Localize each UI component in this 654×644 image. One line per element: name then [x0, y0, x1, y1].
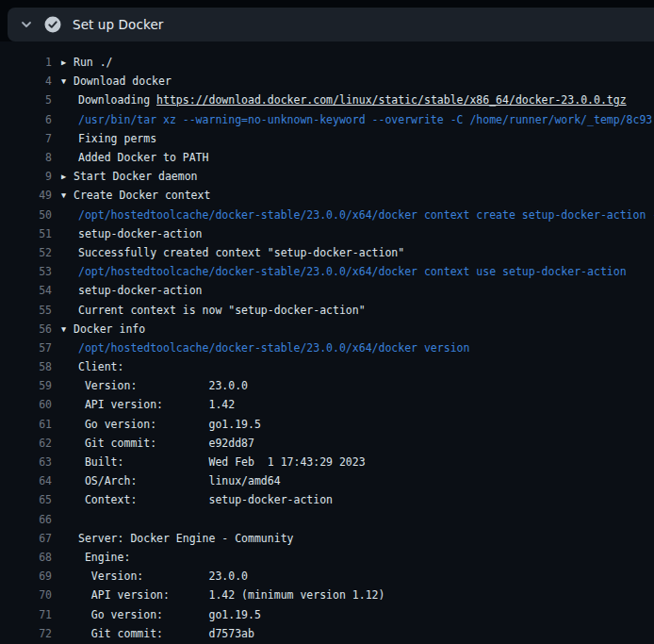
- log-text: API version: 1.42: [78, 398, 235, 411]
- group-collapsed-arrow-icon[interactable]: ▶: [61, 172, 74, 181]
- log-line-number[interactable]: 64: [0, 474, 52, 487]
- log-line: 8Added Docker to PATH: [0, 148, 654, 167]
- log-group-title: Start Docker daemon: [74, 170, 198, 183]
- log-line-number[interactable]: 67: [0, 532, 52, 545]
- log-line-number[interactable]: 51: [0, 227, 52, 240]
- log-line-number[interactable]: 8: [0, 151, 52, 164]
- log-group-row[interactable]: 4▼Download docker: [0, 72, 654, 91]
- log-text: Git commit: e92dd87: [78, 437, 254, 450]
- log-line-number[interactable]: 4: [0, 74, 52, 88]
- log-line: 63 Built: Wed Feb 1 17:43:29 2023: [0, 453, 654, 471]
- log-line-number[interactable]: 6: [0, 113, 52, 126]
- log-line: 70 API version: 1.42 (minimum version 1.…: [0, 586, 654, 604]
- log-line: 69 Version: 23.0.0: [0, 567, 654, 586]
- log-line: 50/opt/hostedtoolcache/docker-stable/23.…: [0, 206, 654, 224]
- log-line-number[interactable]: 60: [0, 398, 52, 411]
- log-line-number[interactable]: 72: [0, 627, 52, 640]
- group-expanded-arrow-icon[interactable]: ▼: [61, 190, 74, 200]
- log-line: 62 Git commit: e92dd87: [0, 434, 654, 453]
- log-text: Engine:: [78, 551, 130, 564]
- log-line-number[interactable]: 56: [0, 322, 52, 336]
- log-line: 64 OS/Arch: linux/amd64: [0, 471, 654, 490]
- log-line: 61 Go version: go1.19.5: [0, 415, 654, 434]
- log-line-number[interactable]: 66: [0, 513, 52, 526]
- log-line-number[interactable]: 61: [0, 418, 52, 431]
- log-line-number[interactable]: 62: [0, 437, 52, 450]
- log-line-number[interactable]: 54: [0, 284, 52, 297]
- log-text: API version: 1.42 (minimum version 1.12): [78, 588, 384, 602]
- log-text: Client:: [78, 360, 123, 373]
- log-line: 65 Context: setup-docker-action: [0, 490, 654, 509]
- log-line-number[interactable]: 57: [0, 341, 52, 355]
- log-group-row[interactable]: 49▼Create Docker context: [0, 186, 654, 205]
- log-text: Added Docker to PATH: [78, 151, 208, 164]
- log-line-number[interactable]: 7: [0, 132, 52, 145]
- log-line: 54setup-docker-action: [0, 281, 654, 300]
- log-line-number[interactable]: 70: [0, 588, 52, 602]
- log-line-number[interactable]: 68: [0, 551, 52, 564]
- step-title: Set up Docker: [73, 17, 163, 32]
- log-text: Downloading https://download.docker.com/…: [78, 93, 627, 107]
- log-text: setup-docker-action: [78, 284, 203, 297]
- log-line-number[interactable]: 58: [0, 360, 52, 373]
- log-group-row[interactable]: 9▶Start Docker daemon: [0, 167, 654, 186]
- log-command-text: /opt/hostedtoolcache/docker-stable/23.0.…: [78, 265, 627, 278]
- log-line-number[interactable]: 69: [0, 570, 52, 583]
- log-command-text: /usr/bin/tar xz --warning=no-unknown-key…: [78, 113, 652, 126]
- log-group-title: Download docker: [74, 74, 172, 88]
- log-line: 55Current context is now "setup-docker-a…: [0, 300, 654, 319]
- log-body: 1▶Run ./4▼Download docker5Downloading ht…: [0, 41, 654, 644]
- log-line: 60 API version: 1.42: [0, 395, 654, 414]
- log-text: Built: Wed Feb 1 17:43:29 2023: [78, 455, 366, 469]
- log-group-title: Docker info: [74, 322, 145, 336]
- log-text: Fixing perms: [78, 132, 156, 145]
- log-text: Go version: go1.19.5: [78, 608, 261, 621]
- log-line: 5Downloading https://download.docker.com…: [0, 91, 654, 109]
- chevron-down-icon[interactable]: [20, 18, 33, 31]
- log-link[interactable]: https://download.docker.com/linux/static…: [156, 93, 627, 107]
- log-line-number[interactable]: 71: [0, 608, 52, 621]
- group-expanded-arrow-icon[interactable]: ▼: [61, 324, 74, 334]
- log-group-row[interactable]: 1▶Run ./: [0, 53, 654, 72]
- log-text: Server: Docker Engine - Community: [78, 532, 293, 545]
- log-group-row[interactable]: 56▼Docker info: [0, 320, 654, 339]
- log-line-number[interactable]: 59: [0, 379, 52, 392]
- log-line: 51setup-docker-action: [0, 224, 654, 243]
- log-text: Successfully created context "setup-dock…: [78, 246, 404, 259]
- log-line-number[interactable]: 50: [0, 208, 52, 222]
- log-line-number[interactable]: 9: [0, 170, 52, 183]
- log-line: 6/usr/bin/tar xz --warning=no-unknown-ke…: [0, 110, 654, 129]
- log-text-prefix: Downloading: [78, 93, 156, 107]
- log-group-title: Run ./: [74, 56, 113, 69]
- log-line-number[interactable]: 53: [0, 265, 52, 278]
- log-group-title: Create Docker context: [74, 189, 210, 202]
- log-line-number[interactable]: 55: [0, 304, 52, 317]
- log-line: 7Fixing perms: [0, 129, 654, 148]
- log-line-number[interactable]: 65: [0, 493, 52, 506]
- log-line: 72 Git commit: d7573ab: [0, 624, 654, 643]
- log-line: 68 Engine:: [0, 548, 654, 567]
- log-text: Git commit: d7573ab: [78, 627, 254, 640]
- log-line: 57/opt/hostedtoolcache/docker-stable/23.…: [0, 339, 654, 357]
- log-command-text: /opt/hostedtoolcache/docker-stable/23.0.…: [78, 208, 654, 222]
- group-expanded-arrow-icon[interactable]: ▼: [61, 76, 74, 86]
- log-text: Version: 23.0.0: [78, 379, 248, 392]
- group-collapsed-arrow-icon[interactable]: ▶: [61, 58, 74, 67]
- log-line-number[interactable]: 63: [0, 455, 52, 469]
- log-text: Context: setup-docker-action: [78, 493, 333, 506]
- log-line-number[interactable]: 1: [0, 56, 52, 69]
- log-line-number[interactable]: 49: [0, 189, 52, 202]
- log-line: 59 Version: 23.0.0: [0, 376, 654, 395]
- log-line: 66: [0, 510, 654, 529]
- log-line: 71 Go version: go1.19.5: [0, 604, 654, 623]
- log-line: 53/opt/hostedtoolcache/docker-stable/23.…: [0, 262, 654, 281]
- log-line: 52Successfully created context "setup-do…: [0, 243, 654, 262]
- log-line: 67Server: Docker Engine - Community: [0, 529, 654, 548]
- log-line-number[interactable]: 5: [0, 93, 52, 107]
- check-circle-icon: [44, 16, 61, 33]
- log-text: Version: 23.0.0: [78, 570, 248, 583]
- log-text: setup-docker-action: [78, 227, 203, 240]
- step-header[interactable]: Set up Docker: [8, 8, 654, 41]
- log-line-number[interactable]: 52: [0, 246, 52, 259]
- log-text: Go version: go1.19.5: [78, 418, 261, 431]
